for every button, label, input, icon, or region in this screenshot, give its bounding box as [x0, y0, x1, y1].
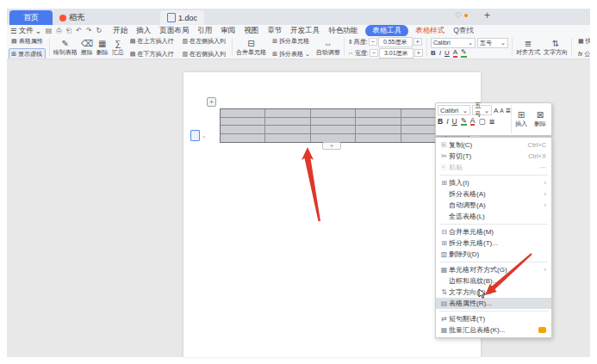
redo-icon[interactable]: ↷ — [86, 27, 92, 35]
insert-row-below-button[interactable]: ▤ 在下方插入行 — [127, 48, 177, 60]
height-plus-button[interactable]: + — [414, 38, 422, 46]
width-plus-button[interactable]: + — [414, 49, 423, 57]
menu-item-split-cells[interactable]: ⊞ 拆分单元格(T)... — [436, 238, 551, 249]
mini-insert-button[interactable]: ⊞ 插入 — [512, 105, 531, 133]
formula-button[interactable]: fx 公式 — [575, 48, 590, 60]
menu-insert[interactable]: 插入 — [136, 26, 151, 36]
menu-item-text-direction[interactable]: ⇅ 文字方向(X)... — [436, 287, 551, 298]
width-minus-button[interactable]: − — [370, 49, 378, 57]
merge-cells-button[interactable]: ⊟ 合并单元格 — [236, 39, 266, 57]
mini-italic-button[interactable]: I — [446, 117, 448, 126]
insert-row-above-icon: ▤ — [130, 38, 136, 45]
mini-insert-label: 插入 — [515, 120, 527, 128]
refresh-icon[interactable]: ↻ — [96, 27, 103, 35]
menu-special-features[interactable]: 特色功能 — [328, 26, 358, 36]
menu-item-select-table[interactable]: 全选表格(L) — [436, 211, 551, 222]
menu-item-batch-summary[interactable]: ▦ 批量汇总表格(K)... — [436, 324, 551, 336]
menu-item-copy[interactable]: ⎘ 复制(C) Ctrl+C — [436, 139, 551, 151]
menu-item-cut[interactable]: ✂ 剪切(T) Ctrl+X — [436, 151, 551, 162]
menu-dev-tools[interactable]: 开发工具 — [290, 26, 320, 36]
print-icon[interactable]: ⎙ — [56, 27, 61, 35]
menu-item-table-properties[interactable]: ▤ 表格属性(R)... — [436, 298, 551, 309]
alignment-button[interactable]: ≣ 对齐方式 — [516, 39, 540, 57]
eraser-button[interactable]: ⌫ 擦除 — [81, 39, 93, 57]
mini-align-button[interactable]: ≣ — [488, 117, 494, 126]
insert-row-above-button[interactable]: ▤ 在上方插入行 — [127, 36, 177, 47]
print-preview-icon[interactable]: ⎗ — [66, 27, 72, 35]
menu-section[interactable]: 章节 — [267, 26, 282, 36]
autofit-button[interactable]: ⇔ 自动调整 — [316, 39, 340, 57]
save-icon[interactable]: ▤ — [46, 27, 53, 35]
paste-options-marker[interactable]: ⌄ — [190, 130, 207, 141]
highlight-color-button[interactable]: ✎ — [461, 49, 467, 58]
summary-button[interactable]: ∑ 汇总 — [112, 39, 124, 57]
menu-references[interactable]: 引用 — [197, 26, 212, 36]
selected-table[interactable] — [220, 108, 470, 143]
menu-item-translate[interactable]: ⇄ 短句翻译(T) — [436, 313, 551, 324]
tab-table-style[interactable]: 表格样式 — [415, 26, 445, 36]
col-width-stepper[interactable]: ⇔ 宽度: − 3.01厘米 + — [348, 48, 423, 59]
text-direction-button[interactable]: ⇅ 文字方向 — [544, 39, 568, 57]
mini-font-color-button[interactable]: A — [470, 117, 476, 126]
mini-font-name-select[interactable]: Calibri ⌄ — [438, 105, 470, 115]
add-row-button[interactable]: + — [322, 142, 341, 150]
split-cells-label: 拆分单元格 — [279, 37, 309, 46]
menu-view[interactable]: 视图 — [244, 26, 258, 36]
menu-item-borders-shading[interactable]: 边框和底纹(B)... — [436, 275, 551, 287]
menu-item-cell-alignment[interactable]: ▦ 单元格对齐方式(G) › — [436, 264, 551, 275]
menu-review[interactable]: 审阅 — [221, 26, 235, 36]
menu-item-merge-cells[interactable]: ⊟ 合并单元格(M) — [436, 226, 551, 238]
menu-item-delete-column[interactable]: ▥ 删除列(D) — [436, 249, 551, 260]
delete-button[interactable]: ▦ 删除 — [96, 39, 109, 57]
font-name-select[interactable]: Calibri ⌄ — [431, 38, 476, 48]
member-heart-icon[interactable]: ♡ — [455, 11, 462, 20]
mini-delete-button[interactable]: ⊠ 删除 — [531, 105, 550, 133]
show-gridlines-button[interactable]: ⊞ 显示虚线 — [9, 48, 46, 60]
ribbon-separator — [426, 38, 427, 57]
draw-table-button[interactable]: ✎ 绘制表格 — [53, 39, 78, 57]
mini-font-size-select[interactable]: 五号 ⌄ — [472, 105, 492, 115]
menu-divider — [439, 262, 548, 262]
tab-table-tools[interactable]: 表格工具 — [365, 25, 408, 37]
table-properties-button[interactable]: ▤ 表格属性 — [9, 36, 46, 47]
mini-bold-button[interactable]: B — [438, 117, 443, 126]
height-minus-button[interactable]: − — [369, 38, 377, 46]
font-size-select[interactable]: 五号 ⌄ — [477, 38, 508, 48]
search-button[interactable]: Q查找 — [453, 26, 474, 36]
menu-item-insert[interactable]: ⊞ 插入(I) › — [436, 177, 551, 188]
menu-start[interactable]: 开始 — [113, 26, 127, 36]
alignment-icon: ≣ — [525, 39, 532, 48]
quick-calc-button[interactable]: ▦ 快速计算 ⌄ — [575, 36, 590, 47]
width-value[interactable]: 3.01厘米 — [379, 48, 414, 59]
split-table-button[interactable]: ⊞ 拆分表格 ⌄ — [270, 48, 313, 60]
table-move-handle[interactable]: + — [207, 97, 216, 107]
tab-docer[interactable]: 稻壳 — [53, 10, 91, 25]
bold-button[interactable]: B — [431, 49, 436, 57]
tab-document[interactable]: 1.doc — [160, 10, 204, 25]
merge-cells-label: 合并单元格 — [236, 48, 266, 57]
split-cells-button[interactable]: ⊞ 拆分单元格 — [270, 36, 313, 47]
menu-item-autofit[interactable]: 自动调整(A) › — [436, 200, 551, 211]
new-tab-button[interactable]: + — [484, 9, 490, 22]
height-value[interactable]: 0.55厘米 — [378, 37, 413, 47]
file-menu-button[interactable]: ☰ 文件 ⌄ — [10, 26, 41, 36]
insert-col-right-button[interactable]: ▥ 在右侧插入列 — [179, 48, 228, 60]
row-height-label: 高度: — [354, 38, 368, 46]
insert-row-below-icon: ▤ — [130, 51, 136, 58]
tab-home[interactable]: 首页 — [9, 10, 53, 25]
grow-font-button[interactable]: A — [494, 107, 498, 114]
shrink-font-button[interactable]: A — [500, 108, 503, 114]
menu-page-layout[interactable]: 页面布局 — [159, 26, 189, 36]
text-direction-label: 文字方向 — [544, 48, 568, 57]
mini-highlight-button[interactable]: ✎ — [461, 117, 467, 126]
mini-underline-button[interactable]: U — [452, 117, 457, 126]
font-color-button[interactable]: A — [453, 49, 457, 58]
row-height-stepper[interactable]: ⇕ 高度: − 0.55厘米 + — [348, 37, 423, 47]
undo-icon[interactable]: ↶ — [76, 27, 82, 35]
mini-border-button[interactable]: ▢ — [478, 117, 485, 126]
insert-col-left-button[interactable]: ▥ 在左侧插入列 — [179, 36, 228, 47]
underline-button[interactable]: U — [445, 49, 450, 57]
italic-button[interactable]: I — [439, 49, 441, 57]
menu-divider — [439, 224, 548, 225]
menu-item-split-table[interactable]: 拆分表格(A) › — [436, 188, 551, 200]
